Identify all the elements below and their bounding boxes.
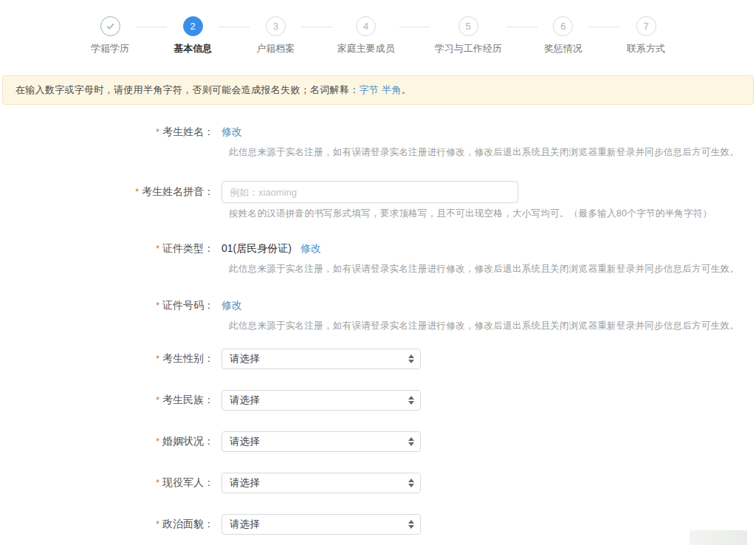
required-marker: *	[156, 300, 159, 311]
step-number: 7	[636, 16, 656, 36]
step-number: 6	[553, 16, 573, 36]
step-label: 基本信息	[173, 42, 212, 55]
select-spinner-icon	[408, 354, 414, 363]
select-spinner-icon	[408, 520, 414, 529]
stepper-step-5[interactable]: 5 学习与工作经历	[435, 16, 502, 55]
step-label: 户籍档案	[256, 42, 295, 55]
realname-note: 此信息来源于实名注册，如有误请登录实名注册进行修改，修改后退出系统且关闭浏览器重…	[221, 263, 756, 275]
screenshot-artifact	[690, 530, 747, 545]
gender-select[interactable]: 请选择	[221, 349, 421, 369]
step-number: 5	[458, 16, 478, 36]
realname-note: 此信息来源于实名注册，如有误请登录实名注册进行修改，修改后退出系统且关闭浏览器重…	[221, 320, 756, 332]
step-connector	[136, 27, 167, 27]
notice-text: 在输入数字或字母时，请使用半角字符，否则可能会造成报名失败；名词解释：	[16, 84, 360, 95]
select-spinner-icon	[408, 437, 414, 446]
pinyin-help: 按姓名的汉语拼音的书写形式填写，要求顶格写，且不可出现空格，大小写均可。（最多输…	[221, 208, 756, 220]
field-military-service: *现役军人： 请选择	[0, 473, 756, 493]
select-value: 请选择	[230, 518, 260, 531]
ethnicity-select[interactable]: 请选择	[221, 390, 421, 411]
select-spinner-icon	[408, 396, 414, 405]
field-marital-status: *婚姻状况： 请选择	[0, 431, 756, 452]
field-ethnicity: *考生民族： 请选择	[0, 390, 756, 411]
field-id-type: *证件类型： 01(居民身份证) 修改 此信息来源于实名注册，如有误请登录实名注…	[0, 242, 756, 275]
notice-period: 。	[402, 84, 411, 95]
field-political-status: *政治面貌： 请选择	[0, 514, 756, 535]
modify-id-type-link[interactable]: 修改	[300, 242, 321, 256]
marital-status-select[interactable]: 请选择	[221, 431, 421, 452]
id-type-value: 01(居民身份证)	[221, 242, 292, 256]
political-status-label: *政治面貌：	[0, 518, 214, 531]
step-label: 学习与工作经历	[435, 42, 502, 55]
stepper-step-1[interactable]: 学籍学历	[89, 16, 131, 55]
select-value: 请选择	[230, 352, 260, 366]
wizard-stepper: 学籍学历 2 基本信息 3 户籍档案 4 家庭主要成员 5 学习与工作经历 6 …	[89, 16, 667, 55]
field-candidate-name: *考生姓名： 修改 此信息来源于实名注册，如有误请登录实名注册进行修改，修改后退…	[0, 126, 756, 159]
modify-id-number-link[interactable]: 修改	[221, 299, 242, 312]
basic-info-form: *考生姓名： 修改 此信息来源于实名注册，如有误请登录实名注册进行修改，修改后退…	[0, 126, 756, 535]
required-marker: *	[156, 353, 159, 364]
pinyin-input[interactable]	[221, 181, 518, 203]
ethnicity-label: *考生民族：	[0, 394, 214, 407]
step-connector	[219, 27, 250, 27]
stepper-step-7[interactable]: 7 联系方式	[625, 16, 667, 55]
id-number-label: *证件号码：	[0, 299, 214, 312]
step-label: 家庭主要成员	[337, 42, 395, 55]
military-service-label: *现役军人：	[0, 476, 214, 490]
required-marker: *	[156, 126, 159, 137]
required-marker: *	[156, 243, 159, 254]
select-spinner-icon	[408, 479, 414, 487]
step-label: 奖惩情况	[544, 42, 583, 55]
step-number: 2	[183, 16, 203, 36]
check-icon	[100, 16, 120, 36]
gender-label: *考生性别：	[0, 352, 214, 366]
stepper-step-6[interactable]: 6 奖惩情况	[542, 16, 585, 55]
step-number: 4	[356, 16, 376, 36]
political-status-select[interactable]: 请选择	[221, 514, 421, 535]
required-marker: *	[156, 477, 159, 488]
glossary-byte-link[interactable]: 字节	[360, 84, 379, 95]
field-id-number: *证件号码： 修改 此信息来源于实名注册，如有误请登录实名注册进行修改，修改后退…	[0, 299, 756, 332]
step-label: 学籍学历	[91, 42, 129, 55]
required-marker: *	[156, 436, 159, 447]
step-connector	[399, 27, 430, 27]
halfwidth-notice-bar: 在输入数字或字母时，请使用半角字符，否则可能会造成报名失败；名词解释：字节 半角…	[2, 75, 754, 105]
select-value: 请选择	[230, 435, 260, 448]
marital-status-label: *婚姻状况：	[0, 435, 214, 448]
required-marker: *	[135, 186, 139, 197]
stepper-step-3[interactable]: 3 户籍档案	[254, 16, 297, 55]
field-gender: *考生性别： 请选择	[0, 349, 756, 369]
step-connector	[589, 27, 620, 27]
realname-note: 此信息来源于实名注册，如有误请登录实名注册进行修改，修改后退出系统且关闭浏览器重…	[221, 146, 756, 159]
modify-name-link[interactable]: 修改	[221, 126, 242, 139]
step-connector	[506, 27, 537, 27]
id-type-label: *证件类型：	[0, 242, 214, 256]
step-connector	[301, 27, 332, 27]
required-marker: *	[156, 394, 159, 405]
pinyin-label: *考生姓名拼音：	[0, 185, 214, 199]
candidate-name-label: *考生姓名：	[0, 126, 214, 139]
select-value: 请选择	[230, 394, 260, 407]
select-value: 请选择	[230, 476, 260, 490]
stepper-step-2[interactable]: 2 基本信息	[171, 16, 214, 55]
glossary-halfwidth-link[interactable]: 半角	[382, 84, 402, 95]
step-number: 3	[266, 16, 286, 36]
military-service-select[interactable]: 请选择	[221, 473, 421, 493]
required-marker: *	[156, 518, 159, 529]
stepper-step-4[interactable]: 4 家庭主要成员	[337, 16, 395, 55]
field-name-pinyin: *考生姓名拼音： 按姓名的汉语拼音的书写形式填写，要求顶格写，且不可出现空格，大…	[0, 181, 756, 220]
step-label: 联系方式	[627, 42, 665, 55]
